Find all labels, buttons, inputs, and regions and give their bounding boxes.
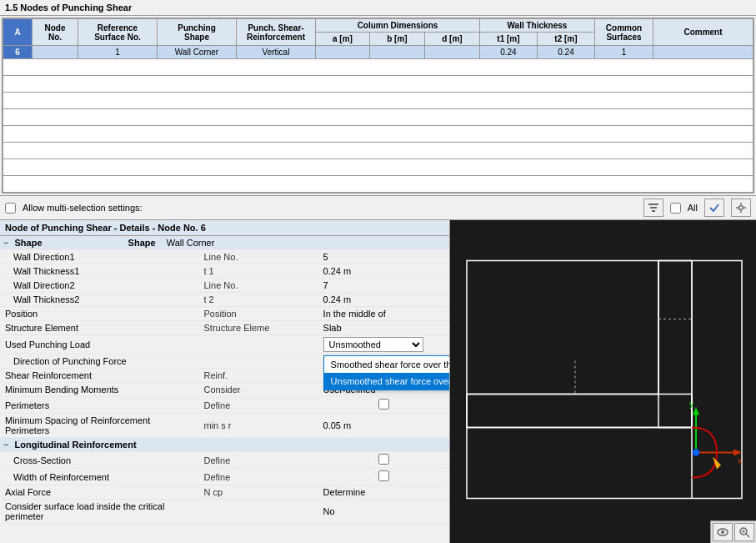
svg-point-23 — [693, 450, 699, 456]
surface-load-prop: Consider surface load inside the critica… — [0, 500, 198, 524]
min-spacing-row: Minimum Spacing of Reinforcement Perimet… — [0, 414, 449, 438]
wall-thick2-key: t 2 — [198, 293, 318, 307]
axial-force-key: N cp — [198, 485, 318, 500]
canvas-panel: y x — [450, 220, 756, 543]
row-ref-surface: 1 — [78, 46, 158, 59]
multi-selection-label: Allow multi-selection settings: — [23, 203, 143, 213]
col-b-m-header: b [m] — [369, 33, 424, 46]
shape-value: Shape — [128, 238, 156, 248]
details-panel: Node of Punching Shear - Details - Node … — [0, 220, 450, 543]
table-row[interactable]: 6 1 Wall Corner Vertical 0.24 0.24 1 — [3, 46, 753, 59]
col-t1-header: t1 [m] — [479, 33, 537, 46]
row-punching-shape: Wall Corner — [158, 46, 237, 59]
width-reinf-row: Width of Reinforcement Define — [0, 469, 449, 485]
row-comment — [653, 46, 753, 59]
punching-load-select[interactable]: Unsmoothed — [323, 337, 423, 352]
shape-section-header: − Shape Shape Wall Corner — [0, 236, 449, 250]
width-reinf-checkbox[interactable] — [378, 470, 389, 481]
unsmoothed-menu-item[interactable]: Unsmoothed shear force over the critical… — [324, 373, 449, 390]
wall-dir2-key: Line No. — [198, 279, 318, 293]
perimeters-val — [318, 397, 449, 414]
wall-thick1-key: t 1 — [198, 264, 318, 279]
shear-reinf-key: Reinf. — [198, 369, 318, 383]
all-checkbox[interactable] — [670, 203, 681, 214]
smoothed-menu-item[interactable]: Smoothed shear force over the critical p… — [324, 356, 449, 373]
top-table-section: A NodeNo. ReferenceSurface No. PunchingS… — [2, 18, 754, 194]
window-title: 1.5 Nodes of Punching Shear — [0, 0, 756, 16]
shape-section-label: Shape — [15, 238, 43, 248]
wall-dir1-key: Line No. — [198, 250, 318, 264]
main-container: 1.5 Nodes of Punching Shear A NodeNo. Re… — [0, 0, 756, 543]
long-reinf-label: Longitudinal Reinforcement — [15, 440, 137, 450]
zoom-icon — [738, 526, 750, 538]
structure-element-row: Structure Element Structure Eleme Slab — [0, 321, 449, 335]
wall-thickness2-row: Wall Thickness2 t 2 0.24 m — [0, 293, 449, 307]
wall-thickness1-row: Wall Thickness1 t 1 0.24 m — [0, 264, 449, 279]
empty-row — [3, 159, 753, 176]
long-reinf-section-header: − Longitudinal Reinforcement — [0, 438, 449, 452]
table-wrapper: A NodeNo. ReferenceSurface No. PunchingS… — [3, 18, 753, 193]
perimeters-checkbox[interactable] — [378, 399, 389, 410]
row-t2: 0.24 — [537, 46, 594, 59]
row-shear-reinf: Vertical — [237, 46, 316, 59]
filter-icon-btn[interactable] — [643, 199, 663, 217]
shape-toggle[interactable]: − — [3, 238, 8, 248]
surface-load-key — [198, 500, 318, 524]
width-reinf-key: Define — [198, 469, 318, 485]
zoom-icon-btn[interactable] — [734, 523, 754, 541]
empty-row — [3, 93, 753, 109]
wall-direction1-row: Wall Direction1 Line No. 5 — [0, 250, 449, 264]
shear-reinf-prop: Shear Reinforcement — [0, 369, 198, 383]
position-row: Position Position In the middle of — [0, 307, 449, 321]
punching-load-row: Used Punching Load Unsmoothed Smoothe — [0, 335, 449, 354]
perimeters-key: Define — [198, 397, 318, 414]
row-index: 6 — [3, 46, 33, 59]
cross-section-val — [318, 452, 449, 469]
bottom-control-bar: Allow multi-selection settings: All — [0, 195, 756, 220]
multi-selection-checkbox[interactable] — [5, 203, 16, 214]
empty-row — [3, 76, 753, 93]
svg-rect-2 — [652, 210, 655, 212]
svg-rect-0 — [648, 204, 658, 205]
svg-point-29 — [721, 530, 724, 534]
min-spacing-val: 0.05 m — [318, 414, 449, 438]
cross-section-checkbox[interactable] — [378, 454, 389, 465]
row-a — [316, 46, 370, 59]
canvas-svg: y x — [450, 220, 756, 543]
cross-section-prop: Cross-Section — [0, 452, 198, 469]
axial-force-val: Determine — [318, 485, 449, 500]
col-t2-header: t2 [m] — [537, 33, 594, 46]
canvas-toolbar — [710, 520, 756, 543]
wall-dir1-prop: Wall Direction1 — [0, 250, 198, 264]
surface-load-row: Consider surface load inside the critica… — [0, 500, 449, 524]
empty-row — [3, 109, 753, 126]
wall-dir2-prop: Wall Direction2 — [0, 279, 198, 293]
row-t1: 0.24 — [479, 46, 537, 59]
struct-elem-prop: Structure Element — [0, 321, 198, 335]
punching-load-key — [198, 335, 318, 354]
row-d — [424, 46, 479, 59]
settings-icon — [735, 202, 747, 214]
svg-rect-8 — [450, 244, 756, 520]
confirm-icon-btn[interactable] — [704, 199, 724, 217]
wall-dir1-val: 5 — [318, 250, 449, 264]
punching-load-prop: Used Punching Load — [0, 335, 198, 354]
wall-thick1-prop: Wall Thickness1 — [0, 264, 198, 279]
nodes-table: A NodeNo. ReferenceSurface No. PunchingS… — [3, 18, 753, 193]
long-reinf-toggle[interactable]: − — [3, 440, 8, 450]
empty-row — [3, 143, 753, 159]
settings-icon-btn[interactable] — [731, 199, 751, 217]
all-label: All — [688, 203, 698, 213]
punching-load-val: Unsmoothed Smoothed shear force over the… — [318, 335, 449, 354]
eye-icon-btn[interactable] — [713, 523, 733, 541]
shape-shape-value: Wall Corner — [167, 238, 215, 248]
row-b — [369, 46, 424, 59]
empty-row — [3, 126, 753, 143]
checkmark-icon — [708, 202, 720, 214]
min-bending-key: Consider — [198, 383, 318, 397]
svg-text:x: x — [738, 456, 742, 465]
punching-load-dropdown-container: Unsmoothed Smoothed shear force over the… — [323, 337, 423, 352]
dir-force-key — [198, 354, 318, 369]
wall-thick1-val: 0.24 m — [318, 264, 449, 279]
empty-row — [3, 59, 753, 76]
